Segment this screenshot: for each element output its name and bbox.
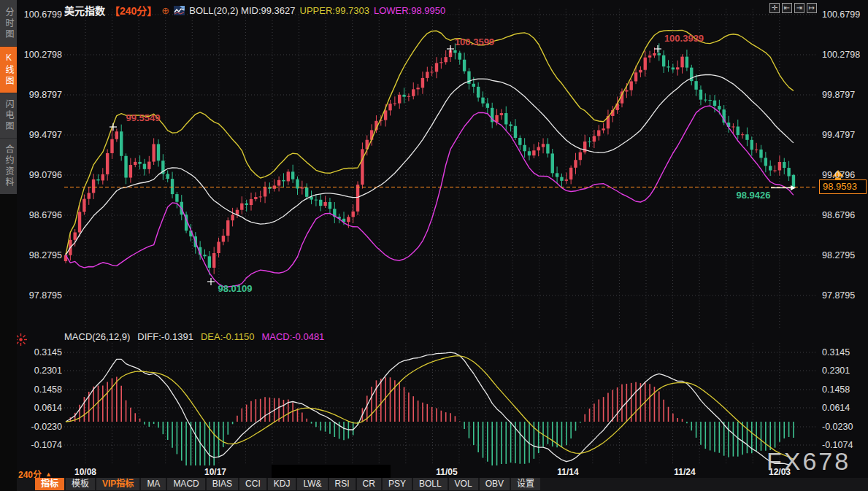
chart-application: 100.6799100.6799100.2798100.279899.87979… (0, 0, 868, 491)
svg-text:99.8797: 99.8797 (29, 90, 62, 100)
macd-diff-value: DIFF:-0.1391 (137, 331, 193, 342)
symbol-title: 美元指数 (64, 3, 105, 18)
toolbar-cci-button[interactable]: CCI (239, 478, 266, 490)
chart-type-sidebar: 分时图 K线图 闪电图 合约资料 (0, 0, 17, 491)
toolbar-vip-button[interactable]: VIP指标 (96, 478, 139, 490)
view-controls: ✛ ⇤ ⇥ ↦ (769, 3, 817, 13)
boll-lower-value: LOWER:98.9950 (374, 5, 445, 16)
toolbar-template-button[interactable]: 模板 (66, 478, 95, 490)
x-axis-labels: 10/0810/1711/0511/1411/2412/03 (74, 467, 791, 477)
svg-text:0.1458: 0.1458 (34, 384, 62, 395)
y-axis-labels: 100.6799100.6799100.2798100.279899.87979… (24, 9, 860, 450)
blacked-out-region (272, 465, 391, 478)
indicator-toolbar: 指标 模板 VIP指标 MA MACD BIAS CCI KDJ LW& RSI… (17, 478, 868, 491)
svg-text:100.2798: 100.2798 (822, 50, 860, 60)
svg-text:0.2301: 0.2301 (34, 366, 62, 376)
svg-text:99.0796: 99.0796 (29, 170, 62, 180)
sidebar-item-flash-chart[interactable]: 闪电图 (0, 93, 17, 139)
chart-canvas[interactable]: 100.6799100.6799100.2798100.279899.87979… (0, 0, 868, 491)
svg-text:99.4797: 99.4797 (822, 130, 855, 140)
svg-text:10/08: 10/08 (74, 467, 96, 477)
svg-text:100.3599: 100.3599 (455, 36, 494, 47)
toolbar-vol-button[interactable]: VOL (449, 478, 478, 490)
candles-layer (64, 43, 795, 275)
svg-text:0.0614: 0.0614 (34, 403, 62, 413)
svg-text:99.8797: 99.8797 (822, 90, 855, 100)
toolbar-cr-button[interactable]: CR (357, 478, 381, 490)
grid-lines (64, 9, 818, 463)
svg-text:11/24: 11/24 (674, 467, 696, 477)
svg-text:98.2795: 98.2795 (29, 250, 62, 260)
macd-macd-value: MACD:-0.0481 (261, 331, 324, 342)
pan-right-icon[interactable]: ⇥ (794, 3, 804, 13)
svg-text:11/14: 11/14 (557, 467, 579, 477)
svg-text:-0.1074: -0.1074 (31, 440, 62, 450)
pan-end-icon[interactable]: ↦ (807, 3, 817, 13)
svg-text:97.8795: 97.8795 (29, 290, 62, 301)
period-tag-arrow-icon: ▲ (45, 471, 52, 478)
svg-text:99.0796: 99.0796 (822, 170, 855, 180)
macd-lines (66, 352, 794, 467)
svg-text:98.0109: 98.0109 (218, 283, 253, 294)
toolbar-settings-button[interactable]: 设置 (511, 478, 540, 490)
svg-text:11/05: 11/05 (436, 467, 458, 477)
sidebar-item-contract-info[interactable]: 合约资料 (0, 139, 17, 194)
toolbar-indicators-button[interactable]: 指标 (35, 478, 64, 490)
toolbar-boll-button[interactable]: BOLL (413, 478, 448, 490)
svg-text:98.2795: 98.2795 (822, 250, 855, 260)
macd-header: MACD(26,12,9) DIFF:-0.1391 DEA:-0.1150 M… (64, 331, 324, 342)
toolbar-kdj-button[interactable]: KDJ (268, 478, 296, 490)
reset-view-icon[interactable]: ✛ (769, 3, 780, 13)
macd-params-label: MACD(26,12,9) (64, 331, 130, 342)
svg-text:100.6799: 100.6799 (822, 9, 860, 20)
toolbar-lw-button[interactable]: LW& (297, 478, 327, 490)
svg-text:0.1458: 0.1458 (822, 384, 850, 395)
svg-text:98.6796: 98.6796 (29, 210, 62, 220)
target-icon[interactable]: ⊕ (161, 6, 169, 15)
toolbar-bias-button[interactable]: BIAS (207, 478, 238, 490)
svg-text:99.4797: 99.4797 (29, 130, 62, 140)
current-price-badge: 98.9593 (819, 179, 867, 194)
svg-text:98.9426: 98.9426 (737, 190, 771, 201)
toolbar-macd-button[interactable]: MACD (167, 478, 204, 490)
mini-chart-icon[interactable] (174, 6, 185, 15)
boll-upper-value: UPPER:99.7303 (300, 5, 369, 16)
svg-text:100.6799: 100.6799 (24, 9, 62, 20)
toolbar-obv-button[interactable]: OBV (480, 478, 510, 490)
toolbar-rsi-button[interactable]: RSI (329, 478, 356, 490)
toolbar-psy-button[interactable]: PSY (383, 478, 412, 490)
price-annotations: 99.554998.0109100.3599100.393998.9426 (110, 33, 771, 294)
chart-header: 美元指数 【240分】 ⊕ BOLL(20,2) MID:99.3627 UPP… (64, 3, 445, 18)
bollinger-bands (66, 30, 794, 287)
sidebar-item-kline-chart[interactable]: K线图 (0, 47, 17, 93)
watermark: FX678 (767, 447, 850, 476)
svg-text:0.3145: 0.3145 (822, 347, 850, 357)
svg-text:0.2301: 0.2301 (822, 366, 850, 376)
svg-text:10/17: 10/17 (204, 467, 226, 477)
svg-text:0.0614: 0.0614 (822, 403, 850, 413)
svg-text:97.8795: 97.8795 (822, 290, 855, 301)
svg-text:98.6796: 98.6796 (822, 210, 855, 220)
svg-text:-0.0230: -0.0230 (31, 422, 62, 432)
toolbar-ma-button[interactable]: MA (141, 478, 166, 490)
svg-text:100.3939: 100.3939 (664, 33, 704, 44)
period-label: 【240分】 (110, 3, 157, 18)
sidebar-strip: 分时图 K线图 闪电图 合约资料 (0, 0, 17, 194)
sidebar-item-time-chart[interactable]: 分时图 (0, 1, 17, 47)
pan-left-icon[interactable]: ⇤ (782, 3, 792, 13)
svg-text:99.5549: 99.5549 (126, 112, 161, 123)
boll-mid-value: BOLL(20,2) MID:99.3627 (189, 5, 295, 16)
svg-text:0.3145: 0.3145 (34, 347, 62, 357)
svg-text:-0.0230: -0.0230 (822, 422, 853, 432)
svg-text:100.2798: 100.2798 (24, 50, 62, 60)
macd-dea-value: DEA:-0.1150 (201, 331, 254, 342)
